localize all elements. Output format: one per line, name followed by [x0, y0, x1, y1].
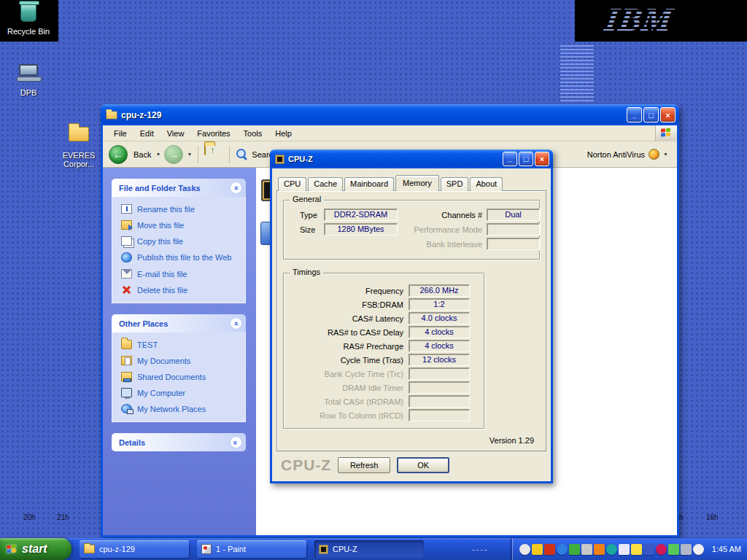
- menu-file[interactable]: File: [107, 127, 133, 140]
- folder-icon: [204, 145, 206, 155]
- ras-to-cas-field: 4 clocks: [409, 326, 470, 338]
- system-tray: 1:45 AM: [512, 538, 747, 560]
- maximize-button[interactable]: □: [519, 152, 533, 166]
- back-dropdown-icon[interactable]: ▼: [155, 152, 160, 157]
- tray-icon[interactable]: [643, 544, 654, 555]
- timing-row: RAS# Precharge 4 clocks: [284, 339, 470, 353]
- desktop-icon-everes[interactable]: EVERES Corpor...: [57, 125, 101, 168]
- forward-button[interactable]: →: [164, 145, 183, 164]
- up-button[interactable]: ↑: [204, 146, 223, 163]
- tab-about[interactable]: About: [470, 177, 503, 191]
- place-test[interactable]: TEST: [121, 340, 241, 349]
- desktop: IBM Recycle Bin DPB EVERES Corpor... 20h…: [0, 0, 747, 560]
- expand-chevron-icon[interactable]: »: [230, 436, 242, 448]
- task-delete-file[interactable]: Delete this file: [121, 285, 241, 295]
- tab-cache[interactable]: Cache: [308, 177, 343, 191]
- timezone-label: 21h: [57, 513, 69, 521]
- total-cas-label: Total CAS# (tRDRAM): [284, 397, 403, 406]
- desktop-icon-recycle-bin[interactable]: Recycle Bin: [1, 3, 55, 36]
- task-copy-file[interactable]: Copy this file: [121, 236, 241, 246]
- collapse-chevron-icon[interactable]: »: [230, 317, 242, 330]
- desktop-icon-label: DPB: [1, 88, 55, 97]
- desktop-icon-dpb[interactable]: DPB: [1, 61, 55, 97]
- task-publish-file[interactable]: Publish this file to the Web: [121, 252, 241, 262]
- place-label: My Documents: [137, 357, 190, 365]
- dram-idle-timer-label: DRAM Idle Timer: [284, 384, 403, 392]
- tray-icon[interactable]: [693, 544, 704, 555]
- menu-tools[interactable]: Tools: [237, 127, 269, 140]
- tray-icon[interactable]: [606, 544, 617, 555]
- tab-mainboard[interactable]: Mainboard: [344, 177, 394, 191]
- task-rename-file[interactable]: Rename this file: [121, 204, 241, 214]
- place-my-documents[interactable]: My Documents: [121, 356, 241, 365]
- bank-cycle-time-label: Bank Cycle Time (Trc): [284, 370, 403, 378]
- other-places-header[interactable]: Other Places »: [112, 314, 246, 332]
- forward-dropdown-icon[interactable]: ▼: [187, 152, 192, 157]
- tray-icon[interactable]: [544, 544, 555, 555]
- task-email-file[interactable]: E-mail this file: [121, 269, 241, 279]
- tray-icon[interactable]: [656, 544, 667, 555]
- minimize-button[interactable]: _: [503, 152, 517, 166]
- timing-row: DRAM Idle Timer: [284, 381, 470, 394]
- search-icon[interactable]: [236, 148, 248, 160]
- tab-memory[interactable]: Memory: [395, 175, 439, 191]
- norton-dropdown-icon[interactable]: ▼: [663, 152, 668, 157]
- file-folder-tasks-panel: File and Folder Tasks » Rename this file…: [112, 179, 246, 303]
- collapse-chevron-icon[interactable]: »: [230, 182, 242, 194]
- back-button[interactable]: ←: [109, 145, 128, 164]
- bank-interleave-label: Bank Interleave: [393, 240, 482, 249]
- menu-favorites[interactable]: Favorites: [190, 127, 236, 140]
- cas-latency-field: 4.0 clocks: [409, 312, 470, 324]
- tray-icon[interactable]: [619, 544, 630, 555]
- tray-icon[interactable]: [668, 544, 679, 555]
- my-documents-icon: [121, 356, 132, 365]
- timing-row: RAS# to CAS# Delay 4 clocks: [284, 325, 470, 339]
- taskbar-task-paint[interactable]: 1 - Paint: [197, 540, 306, 558]
- start-button[interactable]: start: [0, 538, 71, 560]
- norton-globe-icon: [649, 149, 659, 160]
- tray-icon[interactable]: [681, 544, 692, 555]
- minimize-button[interactable]: _: [627, 107, 642, 122]
- tray-icon[interactable]: [557, 544, 568, 555]
- wallpaper-stripes: [560, 45, 594, 102]
- place-label: TEST: [137, 341, 158, 349]
- toolbar-separator: [198, 146, 198, 163]
- refresh-button[interactable]: Refresh: [338, 457, 390, 473]
- menu-edit[interactable]: Edit: [133, 127, 160, 140]
- place-shared-documents[interactable]: Shared Documents: [121, 372, 241, 381]
- tray-icon[interactable]: [569, 544, 580, 555]
- menu-view[interactable]: View: [160, 127, 191, 140]
- tray-icon[interactable]: [581, 544, 592, 555]
- tray-icon[interactable]: [594, 544, 605, 555]
- menu-help[interactable]: Help: [268, 127, 298, 140]
- taskbar-toolbar-handle[interactable]: ----: [472, 545, 489, 553]
- tab-cpu[interactable]: CPU: [278, 177, 306, 191]
- task-move-file[interactable]: Move this file: [121, 220, 241, 230]
- taskbar: start cpu-z-129 1 - Paint CPU-Z ----: [0, 538, 747, 560]
- tray-icon[interactable]: [519, 544, 530, 555]
- total-cas-field: [409, 395, 470, 408]
- close-button[interactable]: ×: [660, 107, 676, 122]
- channels-value-field: Dual: [487, 209, 540, 221]
- close-button[interactable]: ×: [535, 152, 549, 166]
- channels-label: Channels #: [393, 211, 482, 219]
- taskbar-clock[interactable]: 1:45 AM: [712, 545, 741, 553]
- maximize-button[interactable]: □: [643, 107, 659, 122]
- place-my-network[interactable]: My Network Places: [121, 404, 241, 413]
- taskbar-task-cpuz[interactable]: CPU-Z: [314, 540, 424, 558]
- row-to-column-field: [409, 409, 470, 421]
- cpuz-titlebar[interactable]: CPU-Z _ □ ×: [270, 149, 553, 168]
- tab-spd[interactable]: SPD: [441, 177, 469, 191]
- place-my-computer[interactable]: My Computer: [121, 388, 241, 397]
- tray-icon[interactable]: [631, 544, 642, 555]
- details-header[interactable]: Details »: [112, 433, 246, 451]
- taskbar-task-cpuz129[interactable]: cpu-z-129: [80, 540, 189, 558]
- tray-icon[interactable]: [532, 544, 543, 555]
- file-folder-tasks-header[interactable]: File and Folder Tasks »: [112, 179, 246, 197]
- delete-icon: [121, 285, 132, 295]
- paint-icon: [201, 544, 212, 554]
- ok-button[interactable]: OK: [397, 457, 449, 473]
- explorer-titlebar[interactable]: cpu-z-129 _ □ ×: [101, 104, 679, 125]
- explorer-sidebar: File and Folder Tasks » Rename this file…: [103, 168, 256, 535]
- norton-antivirus-control[interactable]: Norton AntiVirus ▼: [587, 149, 671, 160]
